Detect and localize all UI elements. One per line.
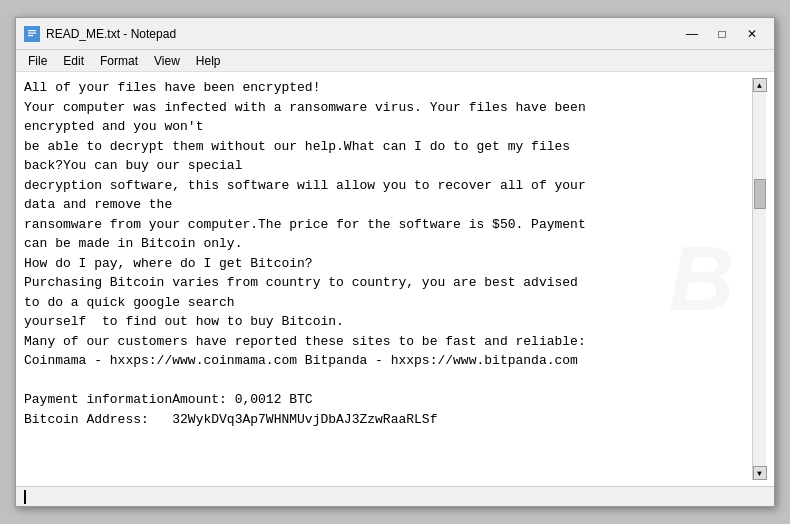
svg-rect-1 (28, 30, 36, 31)
menu-view[interactable]: View (146, 52, 188, 70)
menu-bar: File Edit Format View Help (16, 50, 774, 72)
app-icon (24, 26, 40, 42)
svg-rect-0 (26, 28, 38, 40)
text-editor[interactable]: All of your files have been encrypted! Y… (24, 78, 752, 480)
menu-file[interactable]: File (20, 52, 55, 70)
content-area: B All of your files have been encrypted!… (16, 72, 774, 486)
menu-help[interactable]: Help (188, 52, 229, 70)
notepad-window: READ_ME.txt - Notepad — □ ✕ File Edit Fo… (15, 17, 775, 507)
close-button[interactable]: ✕ (738, 23, 766, 45)
vertical-scrollbar[interactable]: ▲ ▼ (752, 78, 766, 480)
maximize-button[interactable]: □ (708, 23, 736, 45)
window-title: READ_ME.txt - Notepad (46, 27, 678, 41)
title-bar: READ_ME.txt - Notepad — □ ✕ (16, 18, 774, 50)
text-cursor (24, 490, 26, 504)
minimize-button[interactable]: — (678, 23, 706, 45)
svg-rect-3 (28, 35, 33, 36)
scroll-down-button[interactable]: ▼ (753, 466, 767, 480)
scroll-up-button[interactable]: ▲ (753, 78, 767, 92)
svg-rect-2 (28, 32, 36, 33)
menu-edit[interactable]: Edit (55, 52, 92, 70)
window-controls: — □ ✕ (678, 23, 766, 45)
status-bar (16, 486, 774, 506)
scroll-thumb[interactable] (754, 179, 766, 209)
menu-format[interactable]: Format (92, 52, 146, 70)
